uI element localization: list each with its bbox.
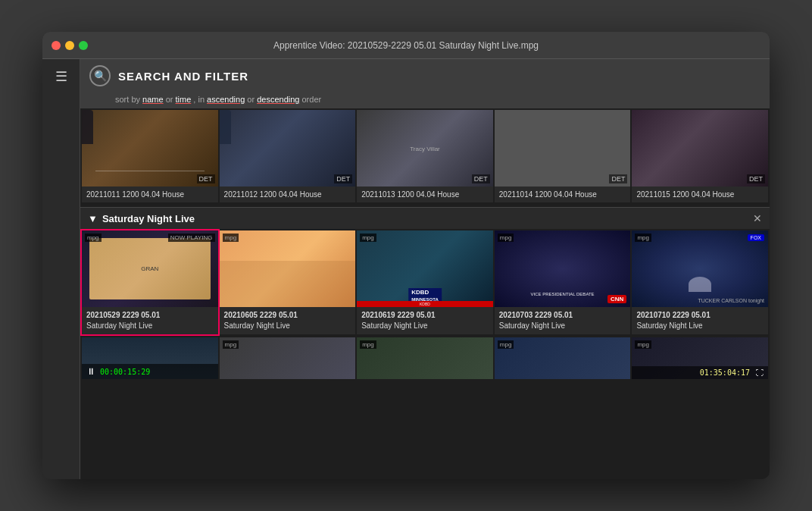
snl-card-3[interactable]: mpg KDBDMINNESOTA KDBD 20210619 2229 05.… bbox=[357, 230, 493, 334]
mpg-badge-3: mpg bbox=[360, 234, 376, 242]
traffic-lights bbox=[52, 41, 88, 50]
mpg-badge-b4: mpg bbox=[498, 340, 514, 349]
house-label-4: 20211014 1200 04.04 House bbox=[495, 187, 631, 202]
bottom-thumb-2: mpg bbox=[220, 337, 356, 379]
maximize-button[interactable] bbox=[79, 41, 88, 50]
house-section-grid: DET 20211011 1200 04.04 House DET 202110… bbox=[80, 108, 770, 204]
sidebar: ☰ bbox=[42, 59, 80, 479]
snl-section-title: ▼ Saturday Night Live bbox=[88, 213, 195, 224]
snl-show-2: Saturday Night Live bbox=[224, 321, 351, 331]
main-content: ☰ 🔍 SEARCH AND FILTER sort by name or ti… bbox=[42, 59, 770, 479]
house-thumb-1: DET bbox=[82, 110, 218, 187]
snl-show-4: Saturday Night Live bbox=[499, 321, 626, 331]
snl-show-1: Saturday Night Live bbox=[86, 321, 214, 331]
sort-by-time[interactable]: time bbox=[176, 95, 192, 104]
mpg-badge-4: mpg bbox=[498, 234, 514, 242]
hamburger-menu-button[interactable]: ☰ bbox=[55, 68, 67, 85]
snl-date-4: 20210703 2229 05.01 bbox=[499, 310, 626, 321]
bottom-card-4[interactable]: mpg bbox=[495, 337, 631, 379]
bottom-thumb-5: mpg 01:35:04:17 ⛶ bbox=[632, 337, 768, 379]
snl-label-2: 20210605 2229 05.01 Saturday Night Live bbox=[220, 307, 356, 334]
playback-overlay-5: 01:35:04:17 ⛶ bbox=[632, 366, 768, 379]
house-card-3[interactable]: Tracy Villar DET 20211013 1200 04.04 Hou… bbox=[357, 110, 493, 202]
search-icon[interactable]: 🔍 bbox=[89, 65, 111, 86]
snl-card-1[interactable]: mpg NOW PLAYING GRAN 20210529 2229 05.01… bbox=[82, 230, 218, 334]
bottom-card-5[interactable]: mpg 01:35:04:17 ⛶ bbox=[632, 337, 768, 379]
snl-label-3: 20210619 2229 05.01 Saturday Night Live bbox=[357, 307, 493, 334]
fullscreen-button[interactable]: ⛶ bbox=[756, 368, 764, 377]
house-label-1: 20211011 1200 04.04 House bbox=[82, 187, 218, 202]
mpg-badge-2: mpg bbox=[223, 234, 239, 242]
sort-bar: sort by name or time , in ascending or d… bbox=[80, 92, 770, 108]
house-card-5[interactable]: DET 20211015 1200 04.04 House bbox=[632, 110, 768, 202]
snl-date-1: 20210529 2229 05.01 bbox=[86, 310, 214, 321]
house-card-4[interactable]: DET 20211014 1200 04.04 House bbox=[495, 110, 631, 202]
mpg-badge-b3: mpg bbox=[360, 340, 376, 349]
snl-section: ▼ Saturday Night Live ✕ mpg NOW PLAYING bbox=[80, 207, 770, 381]
search-bar: 🔍 SEARCH AND FILTER bbox=[80, 59, 770, 92]
minimize-button[interactable] bbox=[65, 41, 74, 50]
snl-thumb-2 bbox=[220, 230, 356, 307]
close-button[interactable] bbox=[52, 41, 61, 50]
bottom-card-3[interactable]: mpg bbox=[357, 337, 493, 379]
snl-card-4[interactable]: mpg CNN VICE PRESIDENTIAL DEBATE 2021070… bbox=[495, 230, 631, 334]
snl-title-text: Saturday Night Live bbox=[102, 213, 195, 224]
house-thumb-2: DET bbox=[220, 110, 356, 187]
house-card-1[interactable]: DET 20211011 1200 04.04 House bbox=[82, 110, 218, 202]
house-thumb-4: DET bbox=[495, 110, 631, 187]
mpg-badge-5: mpg bbox=[635, 234, 651, 242]
pause-button[interactable]: ⏸ bbox=[86, 366, 95, 377]
search-label: SEARCH AND FILTER bbox=[118, 70, 248, 83]
house-card-2[interactable]: DET 20211012 1200 04.04 House bbox=[220, 110, 356, 202]
bottom-thumb-3: mpg bbox=[357, 337, 493, 379]
window-title: Apprentice Video: 20210529-2229 05.01 Sa… bbox=[273, 40, 539, 51]
right-panel: 🔍 SEARCH AND FILTER sort by name or time… bbox=[80, 59, 770, 479]
bottom-thumb-4: mpg bbox=[495, 337, 631, 379]
house-label-5: 20211015 1200 04.04 House bbox=[632, 187, 768, 202]
snl-section-header: ▼ Saturday Night Live ✕ bbox=[80, 207, 770, 229]
snl-thumb-1: GRAN bbox=[82, 230, 218, 307]
house-label-3: 20211013 1200 04.04 House bbox=[357, 187, 493, 202]
sort-ascending[interactable]: ascending bbox=[207, 95, 245, 104]
mpg-badge-b2: mpg bbox=[223, 340, 239, 349]
sort-descending[interactable]: descending bbox=[257, 95, 299, 104]
timecode-right-5: 01:35:04:17 bbox=[700, 368, 750, 377]
snl-label-1: 20210529 2229 05.01 Saturday Night Live bbox=[82, 307, 218, 334]
snl-date-2: 20210605 2229 05.01 bbox=[224, 310, 351, 321]
bottom-card-1[interactable]: ⏸ 00:00:15:29 bbox=[82, 337, 218, 379]
titlebar: Apprentice Video: 20210529-2229 05.01 Sa… bbox=[42, 32, 770, 59]
section-collapse-icon[interactable]: ▼ bbox=[88, 213, 98, 224]
snl-section-close[interactable]: ✕ bbox=[753, 212, 762, 224]
snl-show-5: Saturday Night Live bbox=[636, 321, 764, 331]
snl-grid: mpg NOW PLAYING GRAN 20210529 2229 05.01… bbox=[80, 229, 770, 336]
bottom-card-2[interactable]: mpg bbox=[220, 337, 356, 379]
snl-label-5: 20210710 2229 05.01 Saturday Night Live bbox=[632, 307, 768, 334]
timecode-1: 00:00:15:29 bbox=[100, 368, 150, 376]
snl-date-3: 20210619 2229 05.01 bbox=[361, 310, 489, 321]
bottom-thumb-1: ⏸ 00:00:15:29 bbox=[82, 337, 218, 379]
snl-thumb-5: FOX TUCKER CARLSON tonight bbox=[632, 230, 768, 307]
snl-show-3: Saturday Night Live bbox=[361, 321, 489, 331]
house-label-2: 20211012 1200 04.04 House bbox=[220, 187, 356, 202]
playback-overlay-1: ⏸ 00:00:15:29 bbox=[82, 364, 218, 379]
snl-card-2[interactable]: mpg 20210605 2229 05.01 Saturday Night L… bbox=[220, 230, 356, 334]
now-playing-badge: NOW PLAYING bbox=[168, 234, 215, 242]
mpg-badge-b5: mpg bbox=[635, 340, 651, 349]
bottom-row: ⏸ 00:00:15:29 mpg m bbox=[80, 336, 770, 381]
snl-date-5: 20210710 2229 05.01 bbox=[636, 310, 764, 321]
house-thumb-5: DET bbox=[632, 110, 768, 187]
snl-label-4: 20210703 2229 05.01 Saturday Night Live bbox=[495, 307, 631, 334]
snl-thumb-3: KDBDMINNESOTA KDBD bbox=[357, 230, 493, 307]
snl-card-5[interactable]: mpg FOX TUCKER CARLSON tonight 20210710 … bbox=[632, 230, 768, 334]
app-window: Apprentice Video: 20210529-2229 05.01 Sa… bbox=[42, 32, 770, 479]
snl-thumb-4: CNN VICE PRESIDENTIAL DEBATE bbox=[495, 230, 631, 307]
sort-text: sort by bbox=[115, 95, 142, 104]
sort-by-name[interactable]: name bbox=[142, 95, 164, 104]
house-thumb-3: Tracy Villar DET bbox=[357, 110, 493, 187]
mpg-badge-1: mpg bbox=[85, 234, 102, 242]
grid-scroll[interactable]: DET 20211011 1200 04.04 House DET 202110… bbox=[80, 108, 770, 479]
